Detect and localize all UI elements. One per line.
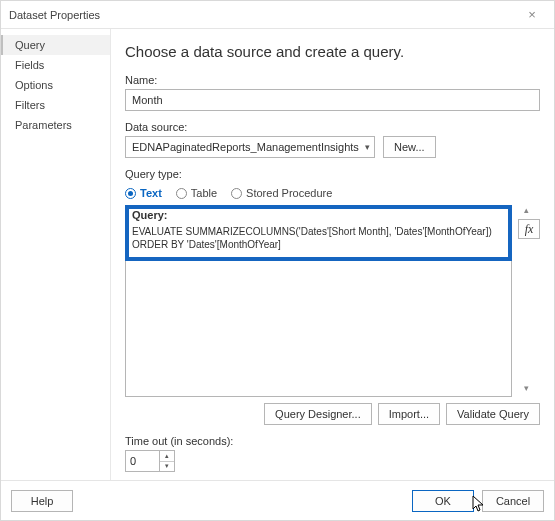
main-panel: Choose a data source and create a query.… xyxy=(111,29,554,480)
stepper-buttons: ▴ ▾ xyxy=(159,451,174,471)
dialog-body: Query Fields Options Filters Parameters … xyxy=(1,29,554,480)
sidebar-item-query[interactable]: Query xyxy=(1,35,110,55)
radio-dot-icon xyxy=(176,188,187,199)
page-heading: Choose a data source and create a query. xyxy=(125,43,540,60)
help-button[interactable]: Help xyxy=(11,490,73,512)
sidebar-item-fields[interactable]: Fields xyxy=(1,55,110,75)
close-icon[interactable]: × xyxy=(518,7,546,22)
sidebar-item-label: Filters xyxy=(15,99,45,111)
import-button[interactable]: Import... xyxy=(378,403,440,425)
query-designer-button[interactable]: Query Designer... xyxy=(264,403,372,425)
timeout-value: 0 xyxy=(126,451,159,471)
name-value: Month xyxy=(132,94,163,106)
query-textbox[interactable]: Query: EVALUATE SUMMARIZECOLUMNS('Dates'… xyxy=(125,205,512,397)
sidebar-item-label: Options xyxy=(15,79,53,91)
query-area: Query: EVALUATE SUMMARIZECOLUMNS('Dates'… xyxy=(125,205,540,397)
timeout-stepper[interactable]: 0 ▴ ▾ xyxy=(125,450,175,472)
name-input[interactable]: Month xyxy=(125,89,540,111)
sidebar-item-parameters[interactable]: Parameters xyxy=(1,115,110,135)
stepper-up-icon[interactable]: ▴ xyxy=(160,451,174,462)
sidebar-item-label: Fields xyxy=(15,59,44,71)
scroll-down-icon[interactable]: ▾ xyxy=(518,383,534,397)
stepper-down-icon[interactable]: ▾ xyxy=(160,462,174,472)
ok-button[interactable]: OK xyxy=(412,490,474,512)
validate-query-button[interactable]: Validate Query xyxy=(446,403,540,425)
scroll-up-icon[interactable]: ▴ xyxy=(518,205,534,219)
new-data-source-button[interactable]: New... xyxy=(383,136,436,158)
sidebar: Query Fields Options Filters Parameters xyxy=(1,29,111,480)
sidebar-item-label: Query xyxy=(15,39,45,51)
window-title: Dataset Properties xyxy=(9,9,100,21)
radio-label: Stored Procedure xyxy=(246,187,332,199)
radio-dot-icon xyxy=(125,188,136,199)
sidebar-item-options[interactable]: Options xyxy=(1,75,110,95)
sidebar-item-label: Parameters xyxy=(15,119,72,131)
dialog-window: Dataset Properties × Query Fields Option… xyxy=(0,0,555,521)
query-type-table-radio[interactable]: Table xyxy=(176,187,217,199)
radio-label: Table xyxy=(191,187,217,199)
dialog-footer: Help OK Cancel xyxy=(1,480,554,520)
timeout-label: Time out (in seconds): xyxy=(125,435,540,447)
query-type-group: Text Table Stored Procedure xyxy=(125,187,540,199)
data-source-label: Data source: xyxy=(125,121,540,133)
fx-button[interactable]: fx xyxy=(518,219,540,239)
name-label: Name: xyxy=(125,74,540,86)
cancel-button[interactable]: Cancel xyxy=(482,490,544,512)
chevron-down-icon: ▾ xyxy=(365,142,370,152)
sidebar-item-filters[interactable]: Filters xyxy=(1,95,110,115)
query-type-label: Query type: xyxy=(125,168,540,180)
query-side-controls: ▴ fx ▾ xyxy=(518,205,540,397)
query-type-sp-radio[interactable]: Stored Procedure xyxy=(231,187,332,199)
title-bar: Dataset Properties × xyxy=(1,1,554,29)
data-source-dropdown[interactable]: EDNAPaginatedReports_ManagementInsights … xyxy=(125,136,375,158)
query-buttons-row: Query Designer... Import... Validate Que… xyxy=(125,403,540,425)
query-label: Query: xyxy=(132,209,167,221)
query-type-text-radio[interactable]: Text xyxy=(125,187,162,199)
query-text: EVALUATE SUMMARIZECOLUMNS('Dates'[Short … xyxy=(132,226,505,251)
radio-dot-icon xyxy=(231,188,242,199)
data-source-value: EDNAPaginatedReports_ManagementInsights xyxy=(132,141,359,153)
radio-label: Text xyxy=(140,187,162,199)
